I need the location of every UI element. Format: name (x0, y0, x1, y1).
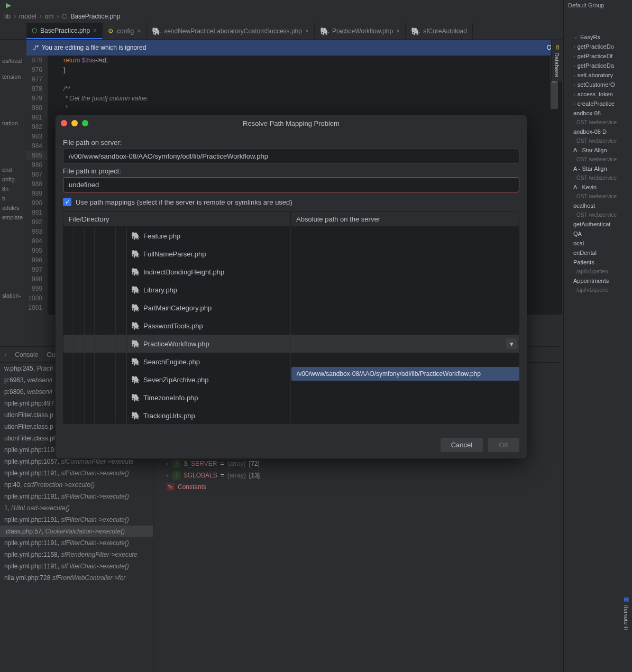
tree-item[interactable]: ›getPracticeOf (564, 51, 632, 61)
tab-sendnew[interactable]: 🐘 sendNewPracticeLaboratoryCustomSuccess… (146, 23, 315, 39)
variable-row[interactable]: TcConstants (153, 481, 562, 493)
tab-practiceworkflow[interactable]: 🐘 PracticeWorkflow.php × (315, 23, 406, 39)
tree-indent (63, 371, 127, 389)
server-item[interactable]: andbox-08 (564, 108, 632, 118)
mapping-row[interactable]: 🐘IndirectBondingHeight.php (63, 263, 519, 281)
stack-frame[interactable]: .class.php:57, CookieValidation->execute… (0, 526, 153, 537)
line-number: 994 (26, 236, 48, 246)
tree-item[interactable]: ›access_token (564, 89, 632, 99)
cancel-button[interactable]: Cancel (441, 438, 483, 452)
close-icon[interactable]: × (137, 27, 141, 35)
stack-frame[interactable]: 1, i18nLoad->execute() (0, 502, 153, 514)
server-item[interactable]: ocal (564, 238, 632, 248)
server-item[interactable]: getAuthenticat (564, 219, 632, 229)
server-item[interactable]: andbox-08 D (564, 127, 632, 136)
tab-basepractice[interactable]: ⬡ BasePractice.php × (26, 23, 103, 39)
server-item[interactable]: enDental (564, 248, 632, 257)
use-mappings-row[interactable]: ✓ Use path mappings (select if the serve… (63, 198, 519, 206)
close-icon[interactable]: × (93, 27, 97, 34)
stack-frame[interactable]: npile.yml.php:1191, sfFilterChain->execu… (0, 560, 153, 572)
stack-function: webservi (27, 376, 52, 384)
mapping-filename: IndirectBondingHeight.php (143, 268, 224, 276)
mapping-row[interactable]: 🐘TrackingUrls.php (63, 407, 519, 424)
sidebar-item[interactable]: nation (0, 118, 26, 128)
sidebar-item[interactable]: es/local (0, 56, 26, 66)
mapping-row[interactable]: 🐘PartMainCategory.php (63, 299, 519, 317)
sidebar-item[interactable]: tension (0, 72, 26, 81)
chevron-left-icon[interactable]: ‹ (4, 351, 6, 358)
sidebar-item[interactable]: end (0, 165, 26, 174)
sidebar-item[interactable]: b (0, 194, 26, 203)
server-path-input[interactable] (63, 149, 519, 164)
php-icon: 🐘 (131, 286, 140, 294)
tree-item[interactable]: ›createPractice (564, 99, 632, 108)
breadcrumb-file[interactable]: BasePractice.php (70, 13, 120, 20)
server-item[interactable]: A - Star Align (564, 145, 632, 155)
dropdown-icon[interactable]: ▾ (506, 338, 517, 349)
remote-host-tab[interactable]: ▦ Remote H (621, 592, 632, 635)
ok-button[interactable]: OK (488, 438, 519, 452)
mapping-path-input[interactable] (295, 340, 515, 348)
stack-frame[interactable]: nila.yml.php:728 sfFrontWebController->f… (0, 572, 153, 584)
database-tab[interactable]: 🛢 Database (551, 40, 562, 81)
close-icon[interactable]: × (396, 27, 400, 35)
mapping-file-cell: 🐘Library.php (127, 281, 291, 299)
mapping-row[interactable]: 🐘Library.php (63, 281, 519, 299)
chevron-right-icon[interactable]: › (166, 472, 168, 479)
server-item[interactable]: A - Kevin (564, 182, 632, 192)
breadcrumb-part[interactable]: model (19, 13, 36, 20)
mapping-row[interactable]: 🐘PracticeWorkflow.php▾ (63, 335, 519, 353)
line-number: 987 (26, 170, 48, 179)
mapping-row[interactable]: 🐘FullNameParser.php (63, 245, 519, 263)
breadcrumb-part[interactable]: lib (4, 13, 11, 20)
code-line: return $this->id; (48, 56, 562, 65)
stack-frame[interactable]: npile.yml.php:1191, sfFilterChain->execu… (0, 467, 153, 479)
line-number: 988 (26, 179, 48, 189)
sidebar-item[interactable]: 8n (0, 184, 26, 194)
php-icon: 🐘 (131, 393, 140, 402)
sidebar-item[interactable]: odules (0, 203, 26, 213)
stack-frame[interactable]: np:40, csrfProtection->execute() (0, 479, 153, 491)
tab-label: PracticeWorkflow.php (332, 27, 393, 35)
path-suggestion[interactable]: /v00/www/sandbox-08/AAO/symfony/odl/lib/… (291, 367, 519, 381)
tree-header[interactable]: ⌄ EasyRx (564, 32, 632, 42)
run-icon[interactable]: ▶ (4, 1, 13, 10)
sidebar-item[interactable]: emplate (0, 213, 26, 222)
remote-icon: ▦ (623, 596, 629, 603)
tab-config[interactable]: ⚙ config × (103, 23, 146, 39)
use-mappings-checkbox[interactable]: ✓ (63, 198, 71, 206)
sidebar-item[interactable]: slation- (0, 291, 26, 300)
project-path-input[interactable] (63, 177, 519, 192)
tab-sfcore[interactable]: 🐘 sfCoreAutoload (406, 23, 473, 39)
class-icon: ⬡ (32, 27, 37, 34)
mapping-row[interactable]: 🐘PasswordTools.php (63, 317, 519, 335)
mapping-row[interactable]: 🐘Feature.php (63, 227, 519, 245)
variable-row[interactable]: ›⋮$_SERVER = {array} [72] (153, 458, 562, 470)
breadcrumb-part[interactable]: om (45, 13, 54, 20)
tab-console[interactable]: Console (15, 351, 38, 358)
var-name: $GLOBALS (184, 472, 217, 479)
stack-frame[interactable]: npile.yml.php:1158, sfRenderingFilter->e… (0, 549, 153, 560)
line-number: 984 (26, 141, 48, 151)
tree-item[interactable]: ›getPracticeDo (564, 42, 632, 51)
variable-row[interactable]: ›⋮$GLOBALS = {array} [13] (153, 470, 562, 481)
chevron-right-icon[interactable]: › (166, 460, 168, 467)
mapping-file-cell: 🐘SearchEngine.php (127, 353, 291, 371)
mapping-path-cell[interactable]: ▾ (291, 335, 519, 353)
close-icon[interactable]: × (305, 27, 309, 35)
php-icon: 🐘 (131, 357, 140, 366)
mapping-row[interactable]: 🐘TimezoneInfo.php (63, 389, 519, 407)
sidebar-item[interactable]: onfig (0, 174, 26, 184)
server-item[interactable]: QA (564, 229, 632, 238)
stack-frame[interactable]: npile.yml.php:1191, sfFilterChain->execu… (0, 514, 153, 526)
server-item[interactable]: Patients (564, 257, 632, 267)
tree-item[interactable]: ›getPracticeDa (564, 61, 632, 70)
tree-item[interactable]: ›setLaboratory (564, 70, 632, 80)
server-item-sub: OST /webservice (564, 210, 632, 219)
server-item[interactable]: ocalhost (564, 201, 632, 210)
stack-frame[interactable]: npile.yml.php:1191, sfFilterChain->execu… (0, 491, 153, 502)
tree-item[interactable]: ›setCustomerO (564, 80, 632, 89)
server-item[interactable]: Appointments (564, 276, 632, 286)
server-item[interactable]: A - Star Align (564, 164, 632, 173)
stack-frame[interactable]: npile.yml.php:1191, sfFilterChain->execu… (0, 537, 153, 549)
